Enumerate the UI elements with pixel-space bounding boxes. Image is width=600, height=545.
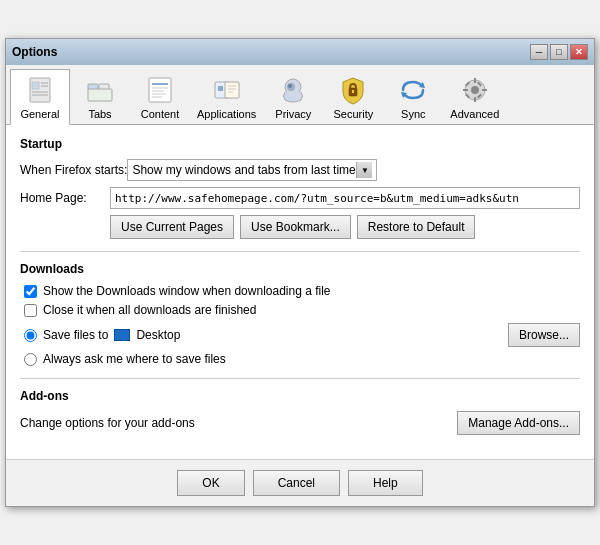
svg-rect-25 <box>352 90 354 93</box>
always-ask-label: Always ask me where to save files <box>43 352 226 366</box>
applications-icon <box>211 74 243 106</box>
addons-description: Change options for your add-ons <box>20 416 457 430</box>
svg-point-29 <box>471 86 479 94</box>
tab-applications-label: Applications <box>197 108 256 120</box>
save-files-label: Save files to <box>43 328 108 342</box>
tab-tabs-label: Tabs <box>88 108 111 120</box>
svg-rect-32 <box>463 89 468 91</box>
maximize-button[interactable]: □ <box>550 44 568 60</box>
tab-content[interactable]: Content <box>130 69 190 124</box>
save-files-row: Save files to Desktop Browse... <box>20 323 580 347</box>
use-bookmark-button[interactable]: Use Bookmark... <box>240 215 351 239</box>
svg-rect-16 <box>218 86 223 91</box>
show-downloads-checkbox[interactable] <box>24 285 37 298</box>
downloads-section: Downloads Show the Downloads window when… <box>20 262 580 366</box>
use-current-pages-button[interactable]: Use Current Pages <box>110 215 234 239</box>
tab-privacy-label: Privacy <box>275 108 311 120</box>
title-bar: Options ─ □ ✕ <box>6 39 594 65</box>
show-downloads-label: Show the Downloads window when downloadi… <box>43 284 331 298</box>
tab-general[interactable]: General <box>10 69 70 125</box>
window-title: Options <box>12 45 57 59</box>
dropdown-arrow-icon: ▼ <box>356 162 372 178</box>
tab-sync[interactable]: Sync <box>383 69 443 124</box>
cancel-button[interactable]: Cancel <box>253 470 340 496</box>
svg-rect-9 <box>149 78 171 102</box>
advanced-icon <box>459 74 491 106</box>
close-downloads-label: Close it when all downloads are finished <box>43 303 256 317</box>
divider-2 <box>20 378 580 379</box>
home-page-input[interactable] <box>110 187 580 209</box>
always-ask-radio[interactable] <box>24 353 37 366</box>
addons-row: Change options for your add-ons Manage A… <box>20 411 580 435</box>
privacy-icon <box>277 74 309 106</box>
svg-rect-33 <box>482 89 487 91</box>
ok-button[interactable]: OK <box>177 470 244 496</box>
when-firefox-label: When Firefox starts: <box>20 163 127 177</box>
svg-rect-0 <box>30 78 50 102</box>
startup-label: Startup <box>20 137 580 151</box>
tab-privacy[interactable]: Privacy <box>263 69 323 124</box>
tab-applications[interactable]: Applications <box>190 69 263 124</box>
content-icon <box>144 74 176 106</box>
startup-dropdown-value: Show my windows and tabs from last time <box>132 163 356 177</box>
home-page-row: Home Page: <box>20 187 580 209</box>
minimize-button[interactable]: ─ <box>530 44 548 60</box>
desktop-icon <box>114 329 130 341</box>
restore-default-button[interactable]: Restore to Default <box>357 215 476 239</box>
help-button[interactable]: Help <box>348 470 423 496</box>
tab-security-label: Security <box>333 108 373 120</box>
home-page-label: Home Page: <box>20 191 110 205</box>
svg-rect-17 <box>225 82 239 98</box>
svg-point-23 <box>288 84 292 88</box>
addons-label: Add-ons <box>20 389 580 403</box>
startup-section: Startup When Firefox starts: Show my win… <box>20 137 580 239</box>
downloads-label: Downloads <box>20 262 580 276</box>
save-location-label: Desktop <box>136 328 508 342</box>
close-downloads-row: Close it when all downloads are finished <box>20 303 580 317</box>
sync-icon <box>397 74 429 106</box>
always-ask-row: Always ask me where to save files <box>20 352 580 366</box>
title-bar-controls: ─ □ ✕ <box>530 44 588 60</box>
toolbar: General Tabs <box>6 65 594 125</box>
tab-advanced-label: Advanced <box>450 108 499 120</box>
svg-rect-8 <box>88 89 112 101</box>
tab-advanced[interactable]: Advanced <box>443 69 506 124</box>
content-area: Startup When Firefox starts: Show my win… <box>6 125 594 459</box>
divider-1 <box>20 251 580 252</box>
footer: OK Cancel Help <box>6 459 594 506</box>
homepage-buttons: Use Current Pages Use Bookmark... Restor… <box>110 215 580 239</box>
security-icon <box>337 74 369 106</box>
manage-addons-button[interactable]: Manage Add-ons... <box>457 411 580 435</box>
svg-rect-1 <box>32 82 39 89</box>
tab-tabs[interactable]: Tabs <box>70 69 130 124</box>
tab-security[interactable]: Security <box>323 69 383 124</box>
main-content: Startup When Firefox starts: Show my win… <box>6 125 594 459</box>
options-window: Options ─ □ ✕ General <box>5 38 595 507</box>
svg-rect-30 <box>474 78 476 83</box>
tab-sync-label: Sync <box>401 108 425 120</box>
browse-button[interactable]: Browse... <box>508 323 580 347</box>
startup-dropdown[interactable]: Show my windows and tabs from last time … <box>127 159 377 181</box>
close-downloads-checkbox[interactable] <box>24 304 37 317</box>
save-files-radio[interactable] <box>24 329 37 342</box>
addons-section: Add-ons Change options for your add-ons … <box>20 389 580 435</box>
svg-rect-31 <box>474 97 476 102</box>
firefox-starts-row: When Firefox starts: Show my windows and… <box>20 159 580 181</box>
tab-general-label: General <box>20 108 59 120</box>
close-button[interactable]: ✕ <box>570 44 588 60</box>
general-icon <box>24 74 56 106</box>
tabs-icon <box>84 74 116 106</box>
tab-content-label: Content <box>141 108 180 120</box>
show-downloads-row: Show the Downloads window when downloadi… <box>20 284 580 298</box>
